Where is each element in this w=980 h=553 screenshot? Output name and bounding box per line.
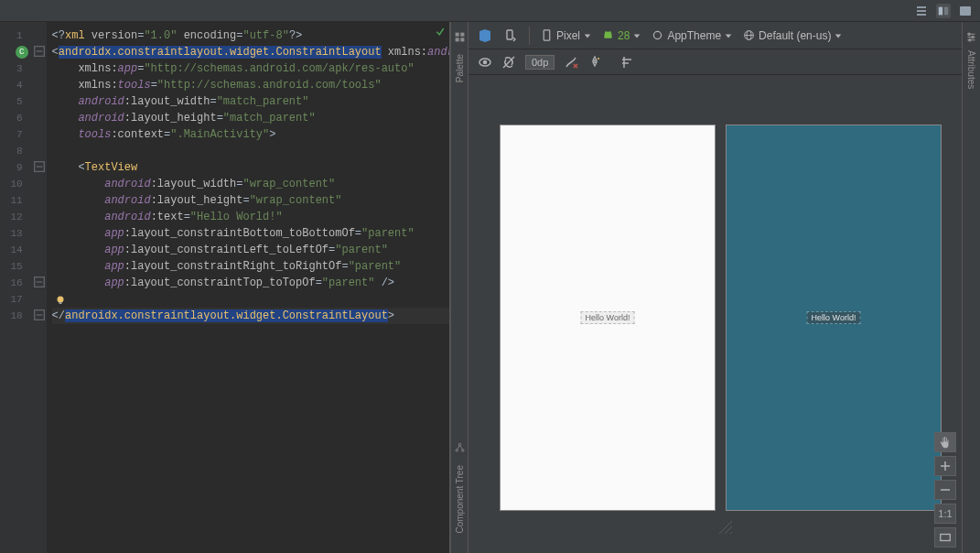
code-line[interactable]: android:layout_height="match_parent" — [52, 110, 449, 126]
autoconnect-icon[interactable] — [501, 55, 516, 70]
class-gutter-icon[interactable]: C — [16, 46, 28, 59]
line-number: 9 — [0, 159, 47, 176]
design-preview-blueprint[interactable]: Hello World! — [726, 125, 942, 511]
code-line[interactable] — [52, 143, 449, 159]
line-number: 3 — [0, 60, 47, 77]
code-line[interactable]: <TextView — [52, 159, 449, 176]
resize-handle-icon[interactable] — [716, 517, 734, 536]
line-number: 5 — [0, 93, 47, 110]
palette-icon — [454, 31, 466, 43]
view-options-icon[interactable] — [478, 55, 492, 70]
svg-rect-3 — [939, 6, 942, 15]
svg-point-12 — [57, 297, 63, 303]
device-label: Pixel — [556, 29, 580, 42]
svg-point-42 — [598, 58, 599, 60]
zoom-out-button[interactable] — [934, 480, 956, 500]
code-editor[interactable]: 12C3456789101112131415161718 <?xml versi… — [0, 22, 450, 553]
code-line[interactable]: app:layout_constraintLeft_toLeftOf="pare… — [52, 242, 449, 258]
line-number: 6 — [0, 110, 47, 126]
svg-line-23 — [457, 445, 459, 450]
code-line[interactable]: app:layout_constraintRight_toRightOf="pa… — [52, 258, 449, 275]
preview-textview[interactable]: Hello World! — [581, 311, 635, 324]
fold-icon[interactable] — [34, 276, 45, 287]
design-surface-icon[interactable] — [478, 28, 492, 43]
chevron-down-icon — [725, 29, 732, 42]
svg-rect-18 — [455, 38, 458, 41]
svg-rect-19 — [460, 38, 464, 41]
code-line[interactable]: app:layout_constraintTop_toTopOf="parent… — [52, 275, 449, 291]
code-line[interactable] — [52, 291, 449, 308]
chevron-down-icon — [835, 29, 842, 42]
inspection-ok-icon — [435, 26, 446, 40]
line-number: 4 — [0, 77, 47, 93]
chevron-down-icon — [633, 29, 641, 42]
svg-rect-25 — [507, 30, 512, 39]
code-view-icon[interactable] — [914, 4, 929, 18]
line-number: 13 — [0, 225, 47, 242]
api-label: 28 — [618, 29, 630, 42]
svg-rect-52 — [941, 535, 951, 541]
svg-rect-4 — [944, 6, 948, 15]
locale-dropdown[interactable]: Default (en-us) — [743, 29, 842, 42]
attributes-tab[interactable]: Attributes — [966, 47, 976, 92]
design-canvas[interactable]: Hello World! Hello World! 1:1 — [468, 75, 962, 553]
infer-constraints-icon[interactable] — [587, 55, 602, 70]
gutter: 12C3456789101112131415161718 — [0, 22, 47, 553]
orientation-icon[interactable] — [503, 28, 518, 43]
svg-rect-13 — [59, 302, 61, 304]
svg-point-60 — [972, 36, 974, 38]
svg-point-31 — [654, 31, 662, 38]
code-body[interactable]: <?xml version="1.0" encoding="utf-8"?><a… — [47, 22, 449, 553]
svg-rect-5 — [960, 6, 971, 16]
svg-marker-27 — [585, 34, 590, 38]
code-line[interactable]: <?xml version="1.0" encoding="utf-8"?> — [52, 27, 449, 44]
code-line[interactable]: tools:context=".MainActivity"> — [52, 126, 449, 143]
line-number: 18 — [0, 308, 47, 324]
chevron-down-icon — [584, 29, 591, 42]
line-number: 2C — [0, 44, 47, 60]
split-view-icon[interactable] — [936, 4, 951, 18]
svg-point-38 — [484, 60, 487, 63]
code-line[interactable]: android:text="Hello World!" — [52, 209, 449, 225]
line-number: 7 — [0, 126, 47, 143]
design-preview-light[interactable]: Hello World! — [500, 125, 716, 511]
code-line[interactable]: android:layout_width="wrap_content" — [52, 176, 449, 192]
zoom-in-button[interactable] — [934, 456, 956, 476]
svg-line-46 — [719, 521, 732, 534]
api-dropdown[interactable]: 28 — [602, 29, 641, 42]
svg-rect-26 — [544, 30, 550, 40]
code-line[interactable]: android:layout_height="wrap_content" — [52, 192, 449, 209]
svg-point-59 — [968, 33, 970, 35]
fold-icon[interactable] — [34, 161, 45, 172]
fold-icon[interactable] — [34, 46, 45, 57]
code-line[interactable]: app:layout_constraintBottom_toBottomOf="… — [52, 225, 449, 242]
code-line[interactable]: </androidx.constraintlayout.widget.Const… — [52, 308, 449, 324]
pan-button[interactable] — [934, 432, 956, 452]
code-line[interactable]: <androidx.constraintlayout.widget.Constr… — [52, 44, 449, 60]
line-number: 15 — [0, 258, 47, 275]
line-number: 16 — [0, 275, 47, 291]
code-line[interactable]: android:layout_width="match_parent" — [52, 93, 449, 110]
svg-line-24 — [459, 445, 462, 450]
code-line[interactable]: xmlns:app="http://schemas.android.com/ap… — [52, 60, 449, 77]
zoom-actual-button[interactable]: 1:1 — [934, 504, 956, 524]
default-margin-dropdown[interactable]: 0dp — [525, 55, 555, 70]
zoom-fit-button[interactable] — [934, 527, 956, 548]
clear-constraints-icon[interactable] — [564, 55, 578, 70]
line-number: 10 — [0, 176, 47, 192]
palette-tab[interactable]: Palette — [455, 49, 465, 88]
guidelines-icon[interactable] — [620, 55, 635, 70]
fold-icon[interactable] — [34, 309, 45, 320]
theme-dropdown[interactable]: AppTheme — [652, 29, 732, 42]
locale-label: Default (en-us) — [759, 29, 831, 42]
design-view-icon[interactable] — [958, 4, 973, 18]
line-number: 17 — [0, 291, 47, 308]
code-line[interactable]: xmlns:tools="http://schemas.android.com/… — [52, 77, 449, 93]
intention-bulb-icon[interactable] — [56, 294, 65, 303]
line-number: 8 — [0, 143, 47, 159]
svg-rect-17 — [460, 33, 464, 37]
preview-textview[interactable]: Hello World! — [807, 311, 861, 324]
device-dropdown[interactable]: Pixel — [541, 29, 591, 42]
attributes-icon — [965, 31, 977, 43]
component-tree-tab[interactable]: Component Tree — [455, 460, 465, 539]
